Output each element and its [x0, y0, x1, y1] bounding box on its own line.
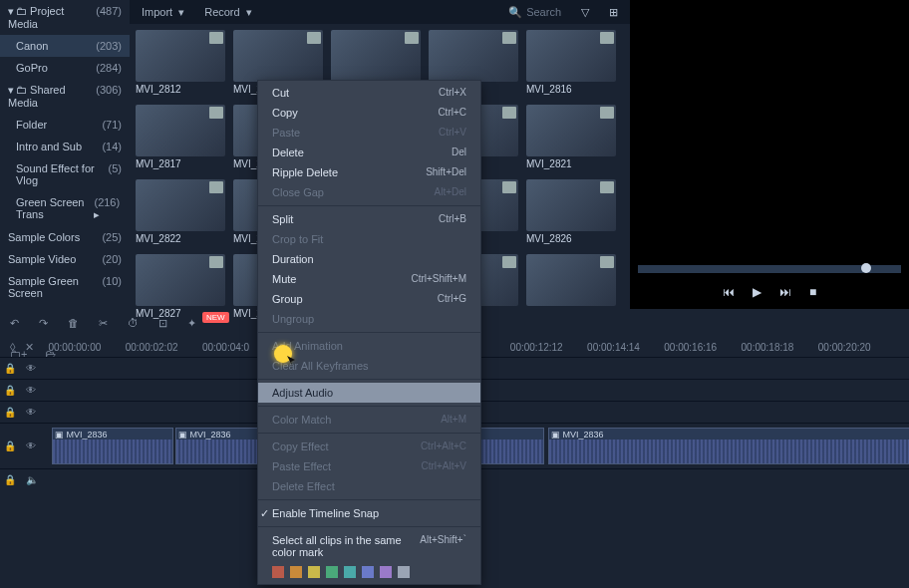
- redo-icon[interactable]: ↷: [39, 317, 48, 330]
- check-icon: ✓: [260, 507, 269, 520]
- timeline-clip[interactable]: ▣ MVI_2836: [52, 428, 173, 464]
- search-icon: 🔍: [508, 6, 522, 19]
- menu-separator: [258, 526, 480, 527]
- menu-item-enable-timeline-snap[interactable]: ✓ Enable Timeline Snap: [258, 503, 480, 523]
- menu-item-copy[interactable]: CopyCtrl+C: [258, 103, 480, 123]
- import-dropdown[interactable]: Import▾: [142, 6, 184, 19]
- menu-shortcut: Ctrl+Alt+C: [421, 441, 466, 452]
- filter-icon[interactable]: ▽: [581, 6, 589, 19]
- color-swatch[interactable]: [398, 566, 410, 578]
- sidebar-item-sample-colors[interactable]: Sample Colors(25): [0, 226, 130, 248]
- record-dropdown[interactable]: Record▾: [204, 6, 251, 19]
- sidebar-item-sample-green[interactable]: Sample Green Screen(10): [0, 270, 130, 304]
- menu-item-duration[interactable]: Duration: [258, 249, 480, 269]
- color-swatch[interactable]: [290, 566, 302, 578]
- sidebar-item-sample-video[interactable]: Sample Video(20): [0, 248, 130, 270]
- add-badge-icon[interactable]: [405, 32, 419, 44]
- add-badge-icon[interactable]: [502, 181, 516, 193]
- marker-icon[interactable]: ✕: [25, 341, 34, 354]
- color-swatch[interactable]: [362, 566, 374, 578]
- sidebar-item-project-media[interactable]: ▾🗀 Project Media(487): [0, 0, 130, 35]
- add-badge-icon[interactable]: [209, 256, 223, 268]
- menu-label: Copy: [272, 107, 298, 119]
- menu-item-delete[interactable]: DeleteDel: [258, 143, 480, 162]
- add-badge-icon[interactable]: [600, 256, 614, 268]
- mute-icon[interactable]: 🔈: [26, 474, 38, 485]
- scrub-handle[interactable]: [861, 263, 871, 273]
- menu-item-copy-effect: Copy EffectCtrl+Alt+C: [258, 437, 480, 456]
- menu-item-split[interactable]: SplitCtrl+B: [258, 209, 480, 229]
- clip-thumb: ▣: [551, 430, 560, 440]
- thumb-image: [331, 30, 421, 82]
- add-badge-icon[interactable]: [600, 107, 614, 119]
- stop-button[interactable]: ■: [809, 285, 816, 299]
- prev-frame-button[interactable]: ⏮: [723, 285, 735, 299]
- ruler-tick: 00:00:16:16: [664, 342, 741, 353]
- preview-screen: [630, 0, 909, 259]
- menu-item-adjust-audio[interactable]: Adjust Audio: [258, 383, 480, 403]
- next-frame-button[interactable]: ⏭: [779, 285, 791, 299]
- sidebar-item-canon[interactable]: Canon(203): [0, 35, 130, 57]
- color-swatch[interactable]: [308, 566, 320, 578]
- menu-separator: [258, 433, 480, 434]
- menu-label: Crop to Fit: [272, 233, 323, 245]
- media-thumbnail[interactable]: MVI_2816: [526, 30, 616, 97]
- lock-icon[interactable]: 🔒: [4, 385, 16, 396]
- split-icon[interactable]: ✂: [99, 317, 108, 330]
- add-badge-icon[interactable]: [502, 256, 516, 268]
- menu-item-delete-effect: Delete Effect: [258, 476, 480, 496]
- menu-item-select-all-clips-in-the-same-color-mark[interactable]: Select all clips in the same color markA…: [258, 530, 480, 562]
- preview-scrubber[interactable]: [638, 265, 901, 273]
- eye-icon[interactable]: 👁: [26, 441, 36, 451]
- add-badge-icon[interactable]: [307, 32, 321, 44]
- ruler-tick: 00:00:12:12: [510, 342, 587, 353]
- search-field[interactable]: 🔍Search: [508, 6, 561, 19]
- sidebar-item-gopro[interactable]: GoPro(284): [0, 57, 130, 79]
- sidebar-item-folder[interactable]: Folder(71): [0, 114, 130, 136]
- color-swatch[interactable]: [326, 566, 338, 578]
- color-swatch[interactable]: [380, 566, 392, 578]
- add-badge-icon[interactable]: [600, 181, 614, 193]
- menu-label: Delete: [272, 147, 304, 158]
- add-badge-icon[interactable]: [209, 181, 223, 193]
- add-badge-icon[interactable]: [502, 107, 516, 119]
- timeline-clip[interactable]: ▣ MVI_2836: [548, 428, 909, 464]
- menu-item-cut[interactable]: CutCtrl+X: [258, 83, 480, 103]
- snap-icon[interactable]: ◊: [10, 341, 15, 353]
- thumb-image: [136, 30, 225, 82]
- media-thumbnail[interactable]: MVI_2812: [136, 30, 225, 97]
- sidebar-item-sfx[interactable]: Sound Effect for Vlog(5): [0, 157, 130, 191]
- sidebar-item-greenscreen[interactable]: Green Screen Trans(216) ▸: [0, 191, 130, 226]
- add-badge-icon[interactable]: [502, 32, 516, 44]
- menu-item-color-match: Color MatchAlt+M: [258, 410, 480, 430]
- media-thumbnail[interactable]: [526, 254, 616, 321]
- grid-view-icon[interactable]: ⊞: [609, 6, 618, 19]
- eye-icon[interactable]: 👁: [26, 385, 36, 396]
- lock-icon[interactable]: 🔒: [4, 474, 16, 485]
- undo-icon[interactable]: ↶: [10, 317, 19, 330]
- eye-icon[interactable]: 👁: [26, 363, 36, 374]
- media-thumbnail[interactable]: MVI_2822: [136, 179, 225, 246]
- menu-item-mute[interactable]: MuteCtrl+Shift+M: [258, 269, 480, 289]
- ruler-tick: 00:00:02:02: [126, 342, 202, 353]
- lock-icon[interactable]: 🔒: [4, 363, 16, 374]
- lock-icon[interactable]: 🔒: [4, 441, 16, 451]
- sidebar-item-intro[interactable]: Intro and Sub(14): [0, 136, 130, 157]
- add-badge-icon[interactable]: [209, 32, 223, 44]
- menu-item-group[interactable]: GroupCtrl+G: [258, 289, 480, 309]
- add-badge-icon[interactable]: [600, 32, 614, 44]
- eye-icon[interactable]: 👁: [26, 407, 36, 418]
- delete-icon[interactable]: 🗑: [68, 317, 79, 329]
- menu-item-ripple-delete[interactable]: Ripple DeleteShift+Del: [258, 162, 480, 182]
- play-button[interactable]: ▶: [753, 285, 761, 299]
- media-thumbnail[interactable]: MVI_2826: [526, 179, 616, 246]
- sidebar-item-shared-media[interactable]: ▾🗀 Shared Media(306): [0, 79, 130, 114]
- media-thumbnail[interactable]: MVI_2817: [136, 105, 225, 171]
- add-badge-icon[interactable]: [209, 107, 223, 119]
- media-thumbnail[interactable]: MVI_2821: [526, 105, 616, 171]
- lock-icon[interactable]: 🔒: [4, 407, 16, 418]
- menu-label: Group: [272, 293, 303, 305]
- media-thumbnail[interactable]: MVI_2827: [136, 254, 225, 321]
- color-swatch[interactable]: [344, 566, 356, 578]
- color-swatch[interactable]: [272, 566, 284, 578]
